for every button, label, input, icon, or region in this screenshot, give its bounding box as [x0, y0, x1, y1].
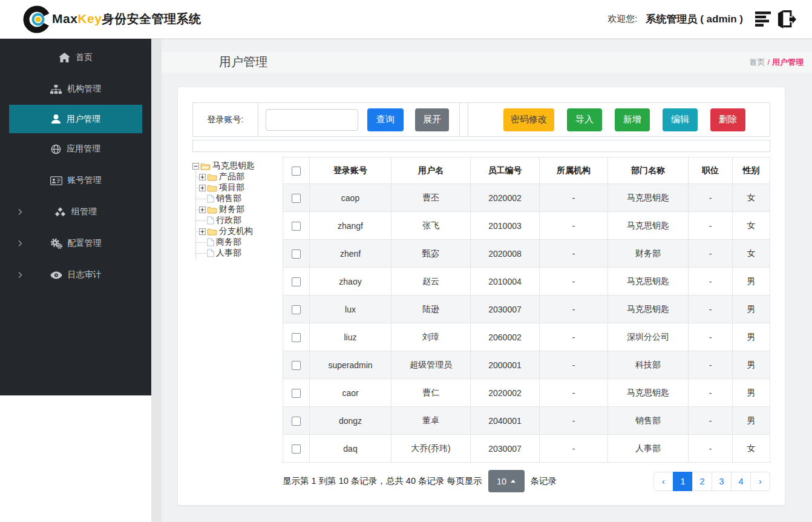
expand-expander-icon[interactable] — [199, 228, 206, 235]
table-cell: 马克思钥匙 — [608, 379, 689, 407]
sidebar-item-app[interactable]: 应用管理 — [0, 133, 151, 165]
table-cell: 2020002 — [471, 184, 540, 212]
table-row[interactable]: caop曹丕2020002-马克思钥匙-女 — [283, 184, 770, 212]
logout-icon[interactable] — [776, 10, 796, 28]
page-prev-button[interactable]: ‹ — [653, 472, 673, 491]
row-checkbox[interactable] — [292, 194, 301, 203]
table-cell: - — [689, 296, 733, 323]
sidebar-item-label: 组管理 — [71, 206, 97, 217]
search-form: 登录账号: 查询 展开 密码修改导入新增编辑删除 — [192, 102, 770, 137]
page-button-4[interactable]: 4 — [731, 472, 751, 491]
tree-node: 财务部 — [196, 204, 277, 215]
page-button-2[interactable]: 2 — [692, 472, 712, 491]
row-checkbox[interactable] — [292, 222, 301, 231]
delete-button[interactable]: 删除 — [710, 108, 745, 131]
folder-icon — [207, 228, 217, 236]
table-cell: 男 — [733, 379, 770, 407]
row-checkbox-cell — [283, 212, 310, 240]
select-all-checkbox[interactable] — [292, 167, 301, 176]
table-row[interactable]: daq大乔(乔玮)2030007-人事部-女 — [283, 435, 770, 463]
tree-node-label[interactable]: 分支机构 — [219, 226, 253, 237]
sidebar-menu: 首页机构管理用户管理应用管理账号管理组管理配置管理日志审计 — [0, 39, 151, 395]
table-cell: - — [689, 435, 733, 463]
table-cell: zhaoy — [310, 268, 391, 296]
table-cell: 男 — [733, 407, 770, 435]
row-checkbox[interactable] — [292, 361, 301, 370]
table-row[interactable]: dongz董卓2040001-销售部-男 — [283, 407, 770, 435]
row-checkbox[interactable] — [292, 333, 301, 342]
user-table-wrap: 登录账号用户名员工编号所属机构部门名称职位性别 caop曹丕2020002-马克… — [283, 157, 770, 492]
sitemap-icon — [50, 85, 62, 94]
tree-node-label[interactable]: 人事部 — [216, 248, 241, 259]
import-button[interactable]: 导入 — [567, 108, 602, 131]
table-row[interactable]: superadmin超级管理员2000001-科技部-男 — [283, 351, 770, 379]
sidebar-item-org[interactable]: 机构管理 — [0, 73, 151, 105]
table-cell: caor — [310, 379, 391, 407]
table-row[interactable]: zhenf甄宓2020008-财务部-女 — [283, 240, 770, 268]
table-cell: 甄宓 — [391, 240, 471, 268]
page-next-button[interactable]: › — [750, 472, 770, 491]
tree-node-label[interactable]: 行政部 — [216, 215, 241, 226]
collapse-expander-icon[interactable] — [192, 163, 199, 170]
expand-expander-icon[interactable] — [199, 206, 206, 213]
sidebar-item-user[interactable]: 用户管理 — [9, 105, 142, 133]
table-cell: 男 — [733, 351, 770, 379]
edit-button[interactable]: 编辑 — [663, 108, 698, 131]
current-user: 系统管理员 ( admin ) — [646, 12, 743, 26]
sidebar-item-label: 首页 — [76, 52, 93, 63]
table-row[interactable]: lux陆逊2030007-马克思钥匙-男 — [283, 296, 770, 323]
folder-icon — [207, 206, 217, 214]
table-row[interactable]: caor曹仁2020002-马克思钥匙-男 — [283, 379, 770, 407]
table-row[interactable]: zhangf张飞2010003-马克思钥匙-女 — [283, 212, 770, 240]
page-button-3[interactable]: 3 — [712, 472, 732, 491]
row-checkbox[interactable] — [292, 277, 301, 286]
table-cell: 曹仁 — [391, 379, 471, 407]
row-checkbox[interactable] — [292, 389, 301, 398]
column-header: 部门名称 — [608, 157, 689, 184]
tree-node-label[interactable]: 产品部 — [219, 171, 244, 182]
tree-node: 人事部 — [196, 248, 277, 259]
column-header: 员工编号 — [471, 157, 540, 184]
table-cell: 2020008 — [471, 240, 540, 268]
tree-connector — [196, 220, 206, 221]
table-cell: - — [689, 240, 733, 268]
row-checkbox-cell — [283, 240, 310, 268]
column-header: 性别 — [733, 157, 770, 184]
login-account-input[interactable] — [266, 109, 358, 131]
table-row[interactable]: zhaoy赵云2010004-马克思钥匙-男 — [283, 268, 770, 296]
sidebar-item-account[interactable]: 账号管理 — [0, 165, 151, 196]
expand-button[interactable]: 展开 — [415, 108, 449, 131]
row-checkbox[interactable] — [292, 249, 301, 259]
row-checkbox-cell — [283, 351, 310, 379]
tree-node-label[interactable]: 项目部 — [219, 182, 244, 193]
expand-expander-icon[interactable] — [199, 174, 206, 180]
sidebar-item-config[interactable]: 配置管理 — [0, 228, 151, 259]
table-row[interactable]: liuz刘璋2060002-深圳分公司-男 — [283, 323, 770, 351]
tree-node-label[interactable]: 马克思钥匙 — [212, 160, 255, 171]
page-size-value: 10 — [497, 477, 506, 486]
page-size-dropdown[interactable]: 10 — [488, 470, 525, 492]
page-button-1[interactable]: 1 — [673, 472, 693, 491]
tree-node-label[interactable]: 财务部 — [219, 204, 244, 215]
table-cell: 财务部 — [608, 240, 689, 268]
row-checkbox[interactable] — [292, 444, 301, 454]
table-cell: 2010003 — [471, 212, 540, 240]
table-cell: 2060002 — [471, 323, 540, 351]
add-button[interactable]: 新增 — [615, 108, 650, 131]
expand-expander-icon[interactable] — [199, 185, 206, 191]
row-checkbox[interactable] — [292, 417, 301, 426]
menu-list-icon[interactable] — [755, 12, 772, 27]
chevron-right-icon — [18, 209, 22, 216]
table-cell: 男 — [733, 323, 770, 351]
folder-icon — [207, 173, 217, 181]
sidebar-item-group[interactable]: 组管理 — [0, 196, 151, 228]
breadcrumb-home[interactable]: 首页 — [749, 58, 765, 67]
sidebar-item-home[interactable]: 首页 — [0, 42, 151, 73]
tree-node-label[interactable]: 销售部 — [216, 193, 241, 204]
sidebar-item-audit[interactable]: 日志审计 — [0, 259, 151, 291]
change-password-button[interactable]: 密码修改 — [503, 108, 554, 131]
tree-node-label[interactable]: 商务部 — [216, 237, 241, 248]
tree-node: 分支机构 — [196, 226, 277, 237]
row-checkbox[interactable] — [292, 305, 301, 314]
query-button[interactable]: 查询 — [367, 108, 404, 131]
